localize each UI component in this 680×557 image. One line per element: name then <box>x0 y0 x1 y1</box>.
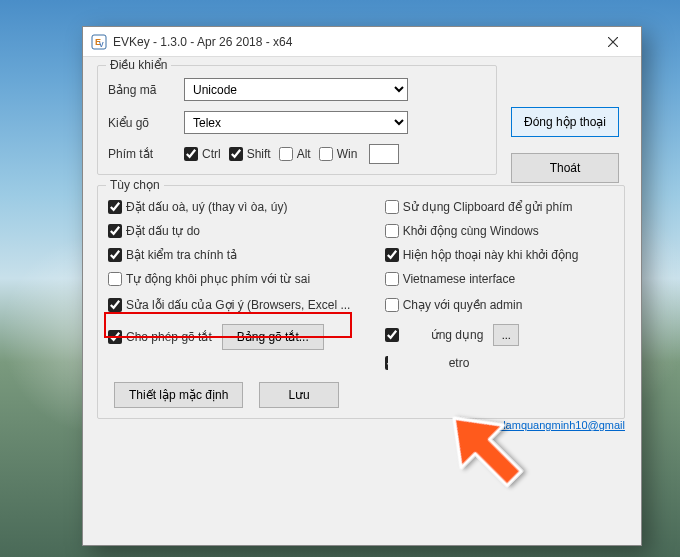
default-button[interactable]: Thiết lập mặc định <box>114 382 243 408</box>
ctrl-checkbox[interactable] <box>184 147 198 161</box>
opt-clipboard-checkbox[interactable] <box>385 200 399 214</box>
opt-show-dialog-checkbox[interactable] <box>385 248 399 262</box>
opt-allow-shortcut-label: Cho phép gõ tắt <box>126 330 212 344</box>
input-method-select[interactable]: Telex <box>184 111 408 134</box>
opt-auto-restore-checkbox[interactable] <box>108 272 122 286</box>
opt-metro-partial-label: etro <box>449 356 470 370</box>
control-group: Điều khiển Bảng mã Unicode Kiểu gõ Telex… <box>97 65 497 175</box>
win-checkbox[interactable] <box>319 147 333 161</box>
shift-checkbox[interactable] <box>229 147 243 161</box>
win-label: Win <box>337 147 358 161</box>
opt-startup-checkbox[interactable] <box>385 224 399 238</box>
opt-startup-label: Khởi động cùng Windows <box>403 224 539 238</box>
app-ellipsis-button[interactable]: ... <box>493 324 519 346</box>
footer-link[interactable]: EVKey - lamquangminh10@gmail <box>460 419 625 431</box>
app-icon: E V <box>91 34 107 50</box>
titlebar: E V EVKey - 1.3.0 - Apr 26 2018 - x64 <box>83 27 641 57</box>
hotkey-input[interactable] <box>369 144 399 164</box>
opt-fix-suggestion-checkbox[interactable] <box>108 298 122 312</box>
close-icon <box>608 37 618 47</box>
opt-spellcheck-label: Bật kiểm tra chính tả <box>126 248 237 262</box>
ctrl-label: Ctrl <box>202 147 221 161</box>
opt-admin-label: Chạy với quyền admin <box>403 298 523 312</box>
opt-clipboard-label: Sử dụng Clipboard để gửi phím <box>403 200 573 214</box>
opt-app-partial-checkbox[interactable] <box>385 328 399 342</box>
opt-free-mark-label: Đặt dấu tự do <box>126 224 200 238</box>
opt-oa-uy-label: Đặt dấu oà, uý (thay vì òa, úy) <box>126 200 287 214</box>
exit-button[interactable]: Thoát <box>511 153 619 183</box>
opt-fix-suggestion-label: Sửa lỗi dấu của Gợi ý (Browsers, Excel .… <box>126 298 350 312</box>
shift-label: Shift <box>247 147 271 161</box>
input-method-label: Kiểu gõ <box>108 116 176 130</box>
opt-free-mark-checkbox[interactable] <box>108 224 122 238</box>
close-dialog-button[interactable]: Đóng hộp thoại <box>511 107 619 137</box>
options-group: Tùy chọn Đặt dấu oà, uý (thay vì òa, úy)… <box>97 185 625 419</box>
encoding-select[interactable]: Unicode <box>184 78 408 101</box>
opt-allow-shortcut-checkbox[interactable] <box>108 330 122 344</box>
alt-label: Alt <box>297 147 311 161</box>
opt-auto-restore-label: Tự động khôi phục phím với từ sai <box>126 272 310 286</box>
window-title: EVKey - 1.3.0 - Apr 26 2018 - x64 <box>113 35 593 49</box>
alt-checkbox[interactable] <box>279 147 293 161</box>
app-window: E V EVKey - 1.3.0 - Apr 26 2018 - x64 Đó… <box>82 26 642 546</box>
encoding-label: Bảng mã <box>108 83 176 97</box>
svg-text:V: V <box>99 41 104 48</box>
opt-oa-uy-checkbox[interactable] <box>108 200 122 214</box>
opt-vn-interface-checkbox[interactable] <box>385 272 399 286</box>
save-button[interactable]: Lưu <box>259 382 338 408</box>
opt-show-dialog-label: Hiện hộp thoại này khi khởi động <box>403 248 579 262</box>
opt-admin-checkbox[interactable] <box>385 298 399 312</box>
options-group-title: Tùy chọn <box>106 178 164 192</box>
opt-spellcheck-checkbox[interactable] <box>108 248 122 262</box>
window-close-button[interactable] <box>593 28 633 56</box>
opt-app-partial-label: ứng dụng <box>431 328 484 342</box>
control-group-title: Điều khiển <box>106 58 171 72</box>
hotkey-label: Phím tắt <box>108 147 176 161</box>
opt-vn-interface-label: Vietnamese interface <box>403 272 516 286</box>
shortcut-table-button[interactable]: Bảng gõ tắt... <box>222 324 324 350</box>
